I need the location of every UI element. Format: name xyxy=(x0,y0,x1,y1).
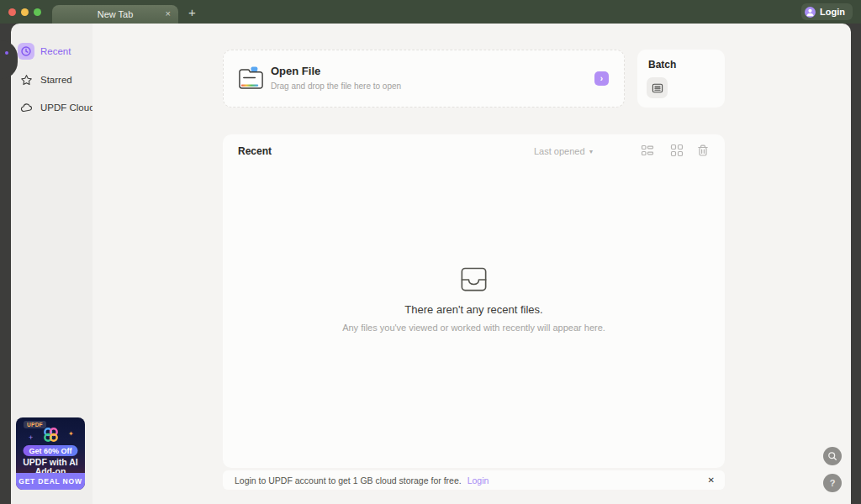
get-deal-now-button[interactable]: GET DEAL NOW xyxy=(16,473,85,490)
clock-icon xyxy=(18,43,34,60)
cloud-icon xyxy=(18,99,34,116)
empty-state-title: There aren't any recent files. xyxy=(223,303,725,316)
sparkle-icon: + xyxy=(29,433,33,442)
ai-clover-icon xyxy=(42,426,60,447)
batch-icon[interactable] xyxy=(647,77,668,98)
sparkle-icon: ✦ xyxy=(68,430,74,438)
user-avatar-icon xyxy=(805,7,816,18)
promo-banner[interactable]: UPDF + ✦ Get 60% Off UPDF with AI Add-on xyxy=(16,417,85,490)
list-view-icon[interactable] xyxy=(641,144,654,157)
empty-tray-icon xyxy=(458,265,489,297)
new-tab-button[interactable]: + xyxy=(185,3,199,21)
help-button[interactable]: ? xyxy=(823,474,842,492)
promo-offer-text: Get 60% Off xyxy=(29,447,71,455)
open-file-chevron-button[interactable]: › xyxy=(594,71,609,86)
search-icon xyxy=(827,451,837,461)
banner-login-link[interactable]: Login xyxy=(467,475,489,486)
sidebar-item-recent[interactable]: Recent xyxy=(18,41,90,61)
trash-icon[interactable] xyxy=(696,144,710,157)
titlebar: New Tab × + Login xyxy=(0,0,861,24)
banner-text: Login to UPDF account to get 1 GB cloud … xyxy=(235,475,462,486)
promo-offer-pill: Get 60% Off xyxy=(23,445,77,456)
sort-dropdown[interactable]: Last opened ▼ xyxy=(534,146,594,156)
close-window-button[interactable] xyxy=(8,8,16,16)
search-button[interactable] xyxy=(823,447,842,465)
sidebar-item-label: UPDF Cloud xyxy=(40,102,95,113)
sidebar-item-label: Starred xyxy=(40,75,72,85)
app-window: New Tab × + Login Recent xyxy=(0,0,861,504)
minimize-window-button[interactable] xyxy=(21,8,29,16)
batch-title: Batch xyxy=(648,59,676,71)
empty-state-subtitle: Any files you've viewed or worked with r… xyxy=(223,323,725,333)
close-icon[interactable]: ✕ xyxy=(708,475,715,485)
window-body: Recent Starred UPDF Cloud xyxy=(0,24,861,504)
recent-panel-title: Recent xyxy=(238,145,272,157)
chevron-down-icon: ▼ xyxy=(589,149,594,155)
sidebar-item-label: Recent xyxy=(40,46,71,56)
sidebar-item-updf-cloud[interactable]: UPDF Cloud xyxy=(18,97,90,118)
open-file-dropzone[interactable]: Open File Drag and drop the file here to… xyxy=(223,50,625,108)
tab-title: New Tab xyxy=(98,9,134,19)
grid-view-icon[interactable] xyxy=(670,144,684,157)
close-tab-icon[interactable]: × xyxy=(166,8,171,18)
sidebar: Recent Starred UPDF Cloud xyxy=(11,24,92,504)
folder-icon xyxy=(237,66,265,94)
recent-panel: Recent Last opened ▼ xyxy=(223,134,725,468)
open-file-title: Open File xyxy=(271,65,320,77)
login-button-label: Login xyxy=(820,7,845,17)
batch-card[interactable]: Batch xyxy=(637,50,725,108)
main-content: Open File Drag and drop the file here to… xyxy=(92,24,851,504)
open-file-subtitle: Drag and drop the file here to open xyxy=(271,81,401,91)
help-icon: ? xyxy=(830,478,836,488)
sort-dropdown-label: Last opened xyxy=(534,146,585,156)
login-button[interactable]: Login xyxy=(801,3,853,20)
zoom-window-button[interactable] xyxy=(34,8,41,16)
star-icon xyxy=(18,71,34,88)
tab-new-tab[interactable]: New Tab × xyxy=(52,5,178,24)
sidebar-item-starred[interactable]: Starred xyxy=(18,70,90,90)
cloud-login-banner: Login to UPDF account to get 1 GB cloud … xyxy=(223,470,725,490)
notification-dot xyxy=(5,51,8,55)
